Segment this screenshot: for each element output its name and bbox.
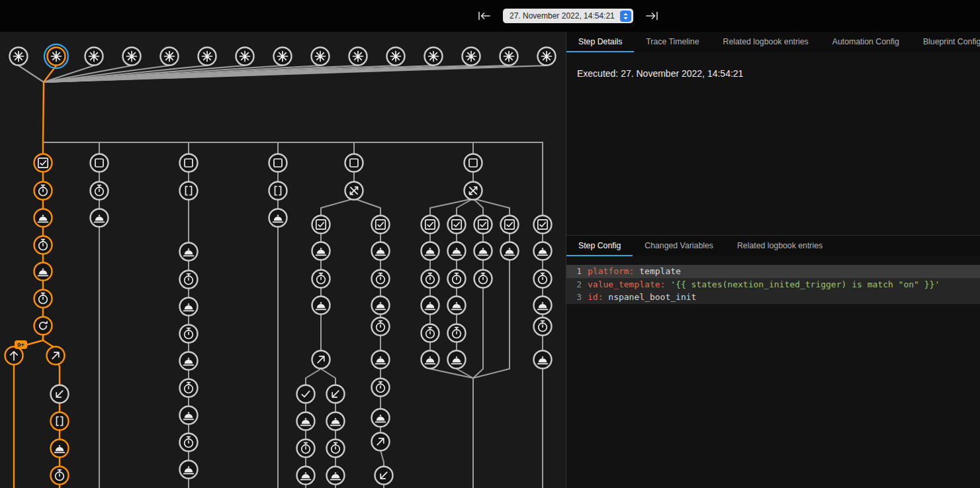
trace-node-square[interactable] (465, 154, 482, 172)
tab-config-related-logbook-entries[interactable]: Related logbook entries (725, 236, 834, 256)
trace-node-bell[interactable] (474, 242, 492, 260)
trace-node-timer[interactable] (474, 270, 492, 288)
trace-node-bell[interactable] (91, 209, 109, 227)
step-config-code-editor[interactable]: 1platform: template2value_template: '{{ … (566, 265, 980, 304)
trace-node-timer[interactable] (34, 182, 52, 200)
trace-node-arrow-up[interactable]: 9+ (5, 340, 28, 365)
trace-node-timer[interactable] (422, 324, 439, 342)
trace-node-asterisk[interactable] (349, 48, 367, 66)
trace-node-bell[interactable] (327, 413, 345, 430)
previous-trace-button[interactable] (475, 9, 494, 23)
trace-node-bell[interactable] (534, 351, 552, 369)
trace-node-timer[interactable] (372, 318, 390, 336)
trace-select[interactable]: 27. November 2022, 14:54:21 (503, 9, 633, 23)
trace-node-square[interactable] (180, 154, 198, 172)
trace-node-timer[interactable] (34, 290, 52, 308)
trace-node-bell[interactable] (180, 352, 198, 370)
trace-node-bell[interactable] (448, 297, 466, 315)
tab-step-details[interactable]: Step Details (566, 32, 634, 52)
tab-related-logbook-entries[interactable]: Related logbook entries (711, 32, 821, 52)
trace-node-bell[interactable] (372, 409, 390, 427)
trace-node-bell[interactable] (34, 209, 52, 227)
trace-node-parallel[interactable] (345, 182, 363, 200)
trace-node-square[interactable] (345, 154, 363, 172)
trace-node-check-square[interactable] (422, 216, 439, 234)
trace-node-timer[interactable] (534, 318, 552, 336)
trace-node-asterisk[interactable] (500, 48, 518, 66)
trace-node-asterisk[interactable] (387, 48, 405, 66)
trace-node-asterisk[interactable] (123, 48, 141, 66)
trace-node-timer[interactable] (312, 270, 330, 288)
trace-node-timer[interactable] (327, 440, 345, 458)
trace-node-bell[interactable] (501, 242, 519, 260)
trace-node-bell[interactable] (51, 440, 69, 458)
trace-node-asterisk[interactable] (10, 48, 28, 66)
trace-node-asterisk[interactable] (199, 48, 216, 66)
trace-node-timer[interactable] (372, 379, 390, 397)
trace-node-bell[interactable] (534, 242, 552, 260)
trace-node-arrow-sw[interactable] (327, 385, 345, 403)
trace-node-bell[interactable] (448, 351, 466, 369)
tab-step-config[interactable]: Step Config (566, 236, 633, 256)
trace-node-timer[interactable] (297, 440, 315, 458)
trace-node-bell[interactable] (312, 242, 330, 260)
trace-node-timer[interactable] (180, 325, 198, 343)
trace-node-timer[interactable] (422, 270, 439, 288)
trace-node-timer[interactable] (372, 270, 390, 288)
trace-node-timer[interactable] (180, 271, 198, 289)
trace-node-brackets[interactable] (51, 413, 69, 430)
trace-node-bell[interactable] (372, 351, 390, 369)
trace-node-bell[interactable] (327, 467, 345, 485)
tab-trace-timeline[interactable]: Trace Timeline (634, 32, 711, 52)
trace-node-bell[interactable] (372, 297, 390, 315)
trace-node-check-square[interactable] (501, 216, 519, 234)
trace-node-bell[interactable] (297, 467, 315, 485)
trace-node-asterisk[interactable] (312, 48, 330, 66)
trace-node-asterisk[interactable] (85, 48, 103, 66)
trace-node-bell[interactable] (312, 297, 330, 315)
trace-node-check-square[interactable] (34, 154, 52, 172)
trace-node-square[interactable] (91, 154, 109, 172)
trace-node-repeat[interactable] (34, 317, 52, 335)
trace-node-bell[interactable] (372, 242, 390, 260)
trace-node-arrow-sw[interactable] (375, 467, 393, 485)
trace-node-arrow-ne[interactable] (47, 347, 65, 365)
tab-automation-config[interactable]: Automation Config (821, 32, 911, 52)
trace-node-check-square[interactable] (312, 216, 330, 234)
trace-node-asterisk[interactable] (161, 48, 179, 66)
trace-node-timer[interactable] (91, 182, 109, 200)
trace-node-timer[interactable] (34, 236, 52, 254)
trace-node-timer[interactable] (534, 270, 552, 288)
trace-node-timer[interactable] (448, 270, 466, 288)
trace-node-check-square[interactable] (474, 216, 492, 234)
trace-node-bell[interactable] (448, 242, 466, 260)
trace-node-check-square[interactable] (372, 216, 390, 234)
trace-node-bell[interactable] (422, 242, 439, 260)
trace-node-arrow-ne[interactable] (372, 433, 390, 451)
trace-node-arrow-sw[interactable] (51, 385, 69, 403)
trace-node-asterisk[interactable] (538, 48, 556, 66)
trace-node-asterisk[interactable] (463, 48, 480, 66)
trace-node-brackets[interactable] (180, 182, 198, 200)
trace-node-check-square[interactable] (534, 216, 552, 234)
tab-changed-variables[interactable]: Changed Variables (633, 236, 725, 256)
trace-node-bell[interactable] (180, 243, 198, 261)
trace-node-bell[interactable] (534, 297, 552, 315)
trace-node-bell[interactable] (422, 297, 439, 315)
trace-node-bell[interactable] (34, 263, 52, 281)
trace-node-asterisk[interactable] (236, 48, 254, 66)
trace-node-bell[interactable] (297, 413, 315, 430)
trace-node-parallel[interactable] (465, 182, 482, 200)
trace-node-bell[interactable] (180, 298, 198, 316)
trace-node-timer[interactable] (51, 467, 69, 485)
trace-node-bell[interactable] (180, 407, 198, 424)
trace-node-asterisk[interactable] (44, 44, 68, 68)
trace-node-asterisk[interactable] (425, 48, 443, 66)
tab-blueprint-config[interactable]: Blueprint Config (911, 32, 980, 52)
trace-node-bell[interactable] (269, 209, 287, 227)
trace-node-check-square[interactable] (448, 216, 466, 234)
next-trace-button[interactable] (643, 9, 661, 23)
trace-node-timer[interactable] (180, 434, 198, 452)
trace-node-arrow-ne[interactable] (312, 351, 330, 369)
trace-node-square[interactable] (269, 154, 287, 172)
